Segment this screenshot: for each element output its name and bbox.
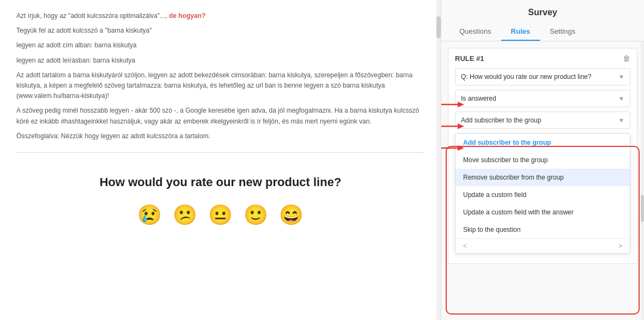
condition-dropdown[interactable]: Is answered ▼ xyxy=(455,90,630,107)
content-divider xyxy=(16,152,424,153)
survey-header: Survey xyxy=(441,0,644,23)
delete-rule-icon[interactable]: 🗑 xyxy=(623,54,630,63)
tab-settings[interactable]: Settings xyxy=(540,23,585,41)
left-scrollbar[interactable] xyxy=(436,0,441,320)
action-dropdown-value: Add subscriber to the group xyxy=(461,116,541,124)
paragraph-2: Tegyük fel az adott kulcsszó a "barna ki… xyxy=(16,26,424,36)
dropdown-next-icon[interactable]: > xyxy=(615,241,625,251)
left-scroll-thumb[interactable] xyxy=(436,16,441,38)
dropdown-item-update-custom-field[interactable]: Update a custom field xyxy=(455,186,630,204)
emoji-5[interactable]: 😄 xyxy=(279,204,303,226)
rules-content: RULE #1 🗑 Q: How would you rate our new … xyxy=(441,41,644,320)
action-dropdown-chevron-icon: ▼ xyxy=(618,117,624,124)
action-dropdown-menu: Add subscriber to the group Move subscri… xyxy=(455,133,630,254)
dropdown-item-move-subscriber[interactable]: Move subscriber to the group xyxy=(455,151,630,169)
question-dropdown-chevron-icon: ▼ xyxy=(618,73,624,80)
emoji-2[interactable]: 😕 xyxy=(173,204,197,226)
left-content-panel: Azt írjuk, hogy az "adott kulcsszóra opt… xyxy=(0,0,441,320)
emoji-3[interactable]: 😐 xyxy=(208,204,233,226)
tab-bar: Questions Rules Settings xyxy=(441,23,644,41)
rule-title: RULE #1 xyxy=(455,54,484,63)
right-scrollbar[interactable] xyxy=(641,41,644,320)
paragraph-1: Azt írjuk, hogy az "adott kulcsszóra opt… xyxy=(16,11,424,21)
condition-dropdown-value: Is answered xyxy=(461,95,496,102)
paragraph-7: Összefoglalva: Nézzük hogy legyen az ado… xyxy=(16,131,424,141)
action-dropdown[interactable]: Add subscriber to the group ▼ xyxy=(455,112,630,129)
question-dropdown[interactable]: Q: How would you rate our new product li… xyxy=(455,68,630,85)
paragraph-5: Az adott tartalom a barna kiskutyáról sz… xyxy=(16,70,424,102)
right-scroll-thumb[interactable] xyxy=(641,195,644,222)
condition-dropdown-chevron-icon: ▼ xyxy=(618,95,624,102)
dropdown-item-remove-subscriber[interactable]: Remove subscriber from the group xyxy=(455,169,630,186)
emoji-1[interactable]: 😢 xyxy=(137,204,162,226)
highlight-text: de hogyan? xyxy=(169,12,205,20)
right-survey-panel: Survey Questions Rules Settings RULE #1 … xyxy=(441,0,644,320)
dropdown-prev-icon[interactable]: < xyxy=(460,241,470,251)
paragraph-3: legyen az adott cím alban: barna kiskuty… xyxy=(16,40,424,51)
tab-rules[interactable]: Rules xyxy=(501,23,540,41)
emoji-4[interactable]: 🙂 xyxy=(244,204,268,226)
emoji-rating-row: 😢 😕 😐 🙂 😄 xyxy=(16,204,424,226)
paragraph-6: A szöveg pedig minél hosszabb legyen - a… xyxy=(16,106,424,126)
dropdown-item-add-subscriber[interactable]: Add subscriber to the group xyxy=(455,134,630,151)
paragraph-4: legyen az adott leírásban: barna kiskuty… xyxy=(16,56,424,66)
survey-title: Survey xyxy=(452,8,633,17)
rule-header: RULE #1 🗑 xyxy=(455,54,630,63)
dropdown-item-update-custom-field-answer[interactable]: Update a custom field with the answer xyxy=(455,204,630,221)
question-dropdown-value: Q: How would you rate our new product li… xyxy=(461,73,591,81)
dropdown-navigation: < > xyxy=(455,238,630,253)
rule-1-section: RULE #1 🗑 Q: How would you rate our new … xyxy=(448,48,637,264)
article-text: Azt írjuk, hogy az "adott kulcsszóra opt… xyxy=(16,11,424,141)
survey-question-text: How would you rate our new product line? xyxy=(16,175,424,190)
tab-questions[interactable]: Questions xyxy=(449,23,501,41)
survey-preview: How would you rate our new product line?… xyxy=(16,164,424,238)
dropdown-item-skip-question[interactable]: Skip to the question xyxy=(455,221,630,238)
